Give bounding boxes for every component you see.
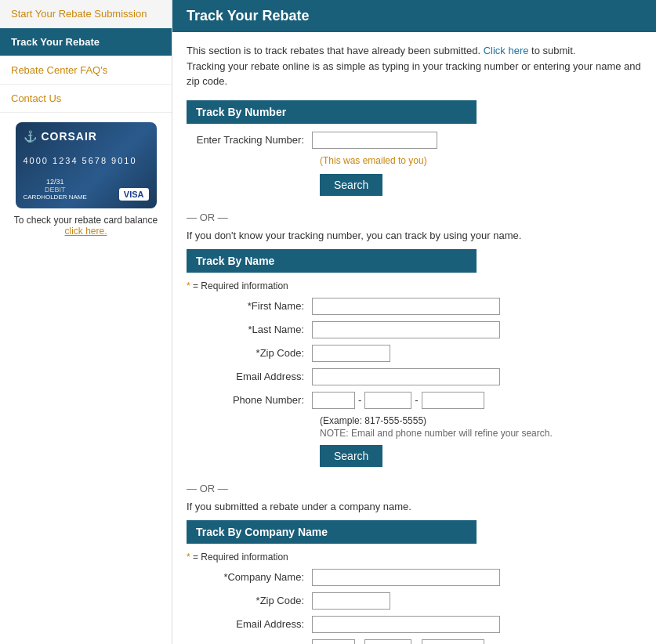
search-button-number[interactable]: Search: [320, 174, 382, 196]
track-by-number-header: Track By Number: [187, 100, 477, 124]
track-by-name-header: Track By Name: [187, 249, 477, 273]
phone-name-number[interactable]: [422, 392, 484, 409]
or-divider-2: OR: [187, 483, 642, 494]
email-name-input[interactable]: [312, 368, 500, 385]
submit-link[interactable]: Click here: [484, 45, 529, 56]
phone-name-example: (Example: 817-555-5555): [320, 415, 642, 426]
company-req-info: * = Required information: [187, 552, 642, 563]
phone-company-number[interactable]: [422, 639, 484, 645]
email-company-input[interactable]: [312, 616, 500, 633]
tracking-hint: (This was emailed to you): [320, 155, 642, 166]
last-name-label: *Last Name:: [187, 324, 312, 335]
card-balance-link[interactable]: click here.: [64, 226, 107, 237]
card-type: DEBIT: [24, 186, 87, 194]
phone-company-area[interactable]: [312, 639, 355, 645]
zip-code-company-label: *Zip Code:: [187, 595, 312, 606]
card-bottom: 12/31 DEBIT CARDHOLDER NAME VISA: [24, 178, 149, 201]
first-name-input[interactable]: [312, 298, 500, 315]
last-name-group: *Last Name:: [187, 321, 642, 338]
phone-name-label: Phone Number:: [187, 394, 312, 406]
phone-name-group: Phone Number: - -: [187, 392, 642, 409]
card-number: 4000 1234 5678 9010: [24, 156, 149, 165]
email-company-label: Email Address:: [187, 618, 312, 630]
sidebar-item-contact[interactable]: Contact Us: [0, 85, 172, 113]
first-name-label: *First Name:: [187, 300, 312, 312]
zip-code-company-group: *Zip Code:: [187, 592, 642, 610]
sidebar-item-faq[interactable]: Rebate Center FAQ's: [0, 56, 172, 85]
sidebar-item-track[interactable]: Track Your Rebate: [0, 28, 172, 56]
company-name-input[interactable]: [312, 569, 500, 586]
card-expiry: 12/31: [24, 178, 87, 186]
intro-text: This section is to track rebates that ha…: [187, 43, 642, 89]
first-name-group: *First Name:: [187, 298, 642, 315]
main-content: Track Your Rebate This section is to tra…: [172, 0, 656, 644]
search-button-name[interactable]: Search: [320, 445, 382, 467]
card-balance-text: To check your rebate card balance click …: [9, 215, 162, 237]
zip-code-name-group: *Zip Code:: [187, 345, 642, 362]
phone-name-area[interactable]: [312, 392, 355, 409]
visa-logo: VISA: [119, 188, 149, 201]
sidebar-item-start[interactable]: Start Your Rebate Submission: [0, 0, 172, 28]
zip-code-name-input[interactable]: [312, 345, 390, 362]
or-divider-1: OR: [187, 212, 642, 223]
email-company-group: Email Address:: [187, 616, 642, 633]
email-name-group: Email Address:: [187, 368, 642, 385]
sidebar: Start Your Rebate Submission Track Your …: [0, 0, 172, 644]
phone-company-prefix[interactable]: [364, 639, 411, 645]
phone-company-inputs: - -: [312, 639, 484, 645]
zip-code-name-label: *Zip Code:: [187, 347, 312, 359]
track-by-company-header: Track By Company Name: [187, 520, 477, 544]
phone-name-note: NOTE: Email and phone number will refine…: [320, 428, 642, 439]
email-name-label: Email Address:: [187, 371, 312, 382]
main-body: This section is to track rebates that ha…: [172, 32, 656, 644]
tracking-number-label: Enter Tracking Number:: [187, 134, 312, 146]
phone-name-prefix[interactable]: [364, 392, 411, 409]
phone-name-inputs: - -: [312, 392, 484, 409]
page-title: Track Your Rebate: [172, 0, 656, 32]
sidebar-card-section: ⚓ CORSAIR 4000 1234 5678 9010 12/31 DEBI…: [0, 113, 172, 246]
tracking-number-input[interactable]: [312, 132, 437, 149]
card-holder: CARDHOLDER NAME: [24, 194, 87, 201]
last-name-input[interactable]: [312, 321, 500, 338]
name-req-info: * = Required information: [187, 280, 642, 291]
no-tracking-note: If you don't know your tracking number, …: [187, 230, 642, 241]
company-name-group: *Company Name:: [187, 569, 642, 586]
rebate-card-image: ⚓ CORSAIR 4000 1234 5678 9010 12/31 DEBI…: [16, 122, 157, 208]
company-note: If you submitted a rebate under a compan…: [187, 501, 642, 512]
card-brand: ⚓ CORSAIR: [24, 130, 149, 143]
phone-company-group: Phone Number: - -: [187, 639, 642, 645]
tracking-number-group: Enter Tracking Number:: [187, 132, 642, 149]
zip-code-company-input[interactable]: [312, 592, 390, 610]
company-name-label: *Company Name:: [187, 571, 312, 583]
